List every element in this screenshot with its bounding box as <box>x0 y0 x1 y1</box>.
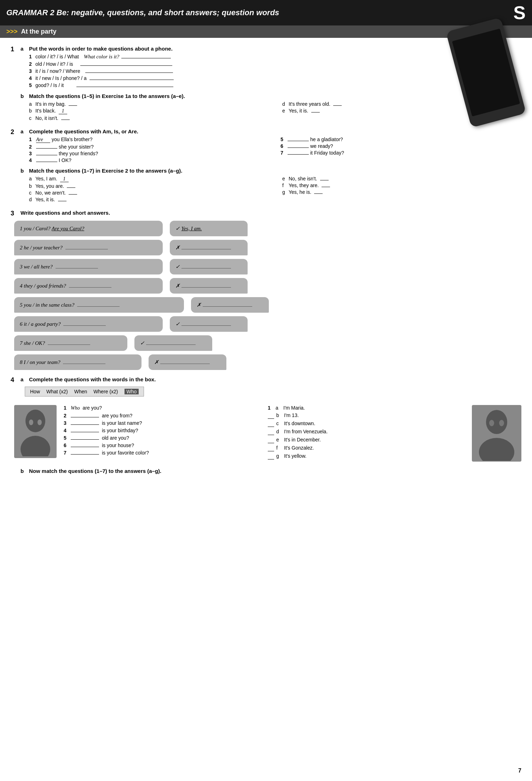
section-1a-letter: a <box>21 46 26 52</box>
section-1a-title: Put the words in order to make questions… <box>29 46 173 52</box>
section-2a-grid: 1 Are you Ella's brother? 2 she your sis… <box>29 137 521 164</box>
chat-row: 6 it / a good party? ✓ <box>14 316 521 332</box>
item-answer: What color is it? <box>84 54 119 60</box>
page-number: 7 <box>518 768 521 774</box>
item-text: it / new / Is / phone? / a <box>35 75 87 81</box>
svg-point-7 <box>489 420 494 426</box>
answer-blank[interactable]: 1 <box>59 108 67 114</box>
section-2a: 2 a Complete the questions with Am, Is, … <box>11 128 521 164</box>
answer-blank[interactable] <box>69 105 77 106</box>
section-1b-content: Match the questions (1–5) in Exercise 1a… <box>29 93 521 122</box>
list-item: 5 good? / Is / it <box>29 82 521 88</box>
answer-blank[interactable] <box>320 180 329 180</box>
section-4: 4 a Complete the questions with the word… <box>11 376 521 475</box>
section-4a-letter: a <box>21 376 26 382</box>
section-4b-spacer <box>11 468 18 475</box>
answer-blank[interactable] <box>61 120 70 120</box>
section-2b-letter: b <box>21 168 26 174</box>
list-item: d I'm from Venezuela. <box>268 429 465 435</box>
answer-blank[interactable] <box>58 201 66 201</box>
list-item: 4 I OK? <box>29 157 270 163</box>
subheader-arrows: >>> <box>6 28 18 35</box>
list-item: 2 old / How / it? / is <box>29 61 521 67</box>
list-item: d Yes, it is. <box>29 197 268 202</box>
bubble-left: 4 they / good friends? <box>14 278 163 294</box>
answer-line[interactable] <box>121 58 171 58</box>
chat-row: 3 we / all here? ✓ <box>14 259 521 274</box>
word-when: When <box>74 389 87 394</box>
section-4a-header: 4 a Complete the questions with the word… <box>11 376 521 384</box>
chat-row: 4 they / good friends? ✗ <box>14 278 521 294</box>
section-3-header: 3 Write questions and short answers. <box>11 210 521 217</box>
list-item: 7 it Friday today? <box>281 150 521 156</box>
chat-row: 2 he / your teacher? ✗ <box>14 240 521 255</box>
list-item: 1 a I'm Maria. <box>268 405 465 411</box>
list-item: 1 color / it? / is / What What color is … <box>29 54 521 60</box>
section-1b-match: a It's in my bag. b It's black. 1 c No, … <box>29 101 521 122</box>
answer-blank[interactable] <box>333 105 342 106</box>
section-4a-title: Complete the questions with the words in… <box>29 376 156 382</box>
list-item: 7 is your favorite color? <box>64 450 261 456</box>
list-item: 3 is your last name? <box>64 420 261 426</box>
answer-line[interactable] <box>89 80 174 80</box>
portrait-right-silhouette <box>475 406 518 461</box>
section-1a-content: Put the words in order to make questions… <box>29 46 521 89</box>
answer-line[interactable] <box>85 73 173 73</box>
portrait-left <box>14 405 57 458</box>
list-item: e It's in December. <box>268 437 465 443</box>
word-what: What (x2) <box>46 389 68 394</box>
list-item: b I'm 13. <box>268 412 465 419</box>
list-item: 3 they your friends? <box>29 151 270 156</box>
answer-line[interactable] <box>76 87 173 87</box>
phone-shape <box>446 17 526 128</box>
item-text: it / is / now? / Where <box>35 68 80 74</box>
section-4b-letter: b <box>21 468 26 474</box>
answer-blank[interactable] <box>311 112 320 112</box>
list-item: 2 are you from? <box>64 413 261 418</box>
section-4a-questions: 1 Who are you? 2 are you from? 3 is your… <box>64 405 261 457</box>
list-item: g Yes, he is. <box>282 189 521 195</box>
bubble-right: ✓ Yes, I am. <box>170 221 248 236</box>
section-2b-title: Match the questions (1–7) in Exercise 2 … <box>29 168 182 174</box>
answer-blank[interactable] <box>322 187 330 187</box>
list-item: g It's yellow. <box>268 453 465 459</box>
answer-line[interactable] <box>80 65 172 66</box>
bubble-left: 7 she / OK? <box>14 335 127 351</box>
list-item: c It's downtown. <box>268 421 465 427</box>
section-1b-title: Match the questions (1–5) in Exercise 1a… <box>29 93 185 99</box>
list-item: 2 she your sister? <box>29 144 270 150</box>
list-item: c No, we aren't. <box>29 190 268 196</box>
section-2a-title: Complete the questions with Am, Is, or A… <box>29 128 138 134</box>
list-item: 1 Who are you? <box>64 405 261 411</box>
bubble-left: 3 we / all here? <box>14 259 163 274</box>
list-item: 4 is your birthday? <box>64 428 261 433</box>
subheader-text: At the party <box>21 28 57 35</box>
header-letter: S <box>513 4 526 22</box>
answer-blank[interactable] <box>314 193 323 194</box>
section-2b-content: Match the questions (1–7) in Exercise 2 … <box>29 168 521 203</box>
section-2b-match: a Yes, I am. 1 b Yes, you are. c No, we … <box>29 176 521 203</box>
word-how: How <box>30 389 40 394</box>
section-1a-items: 1 color / it? / is / What What color is … <box>29 54 521 88</box>
word-who: Who <box>125 389 139 394</box>
list-item: 3 it / is / now? / Where <box>29 68 521 74</box>
section-1: 1 a Put the words in order to make quest… <box>11 46 521 122</box>
section-2: 2 a Complete the questions with Am, Is, … <box>11 128 521 203</box>
answer-blank[interactable] <box>67 187 75 188</box>
item-num: 3 <box>29 68 35 74</box>
phone-screen <box>452 29 520 117</box>
section-3-bubbles: 1 you / Carol? Are you Carol? ✓ Yes, I a… <box>14 221 521 370</box>
answer-blank[interactable]: 1 <box>60 176 69 182</box>
section-3-num: 3 <box>11 210 18 217</box>
chat-row: 7 she / OK? ✓ <box>14 335 521 351</box>
item-text: old / How / it? / is <box>35 61 73 67</box>
section-4b-title: Now match the questions (1–7) to the ans… <box>29 468 161 474</box>
answer-blank[interactable] <box>69 194 77 195</box>
chat-row: 8 I / on your team? ✗ <box>14 354 521 370</box>
item-text: good? / Is / it <box>35 82 64 88</box>
section-1a: 1 a Put the words in order to make quest… <box>11 46 521 89</box>
bubble-left: 8 I / on your team? <box>14 354 141 370</box>
bubble-right: ✗ <box>170 240 248 255</box>
svg-point-3 <box>37 420 42 425</box>
list-item: a Yes, I am. 1 <box>29 176 268 182</box>
